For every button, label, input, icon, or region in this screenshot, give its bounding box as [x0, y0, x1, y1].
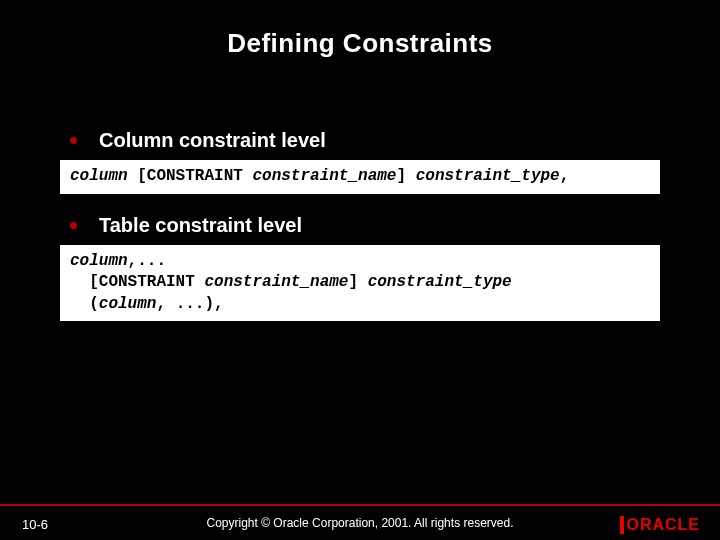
bullet-text: Column constraint level	[99, 129, 326, 152]
code-token: constraint_type	[368, 273, 512, 291]
bullet-icon	[70, 137, 77, 144]
slide-content: Column constraint level column [CONSTRAI…	[0, 59, 720, 321]
code-token: column	[70, 252, 128, 270]
logo-text: ORACLE	[626, 516, 700, 534]
slide: Defining Constraints Column constraint l…	[0, 0, 720, 540]
code-token: ]	[396, 167, 415, 185]
bullet-item: Column constraint level	[60, 129, 660, 152]
oracle-logo: ORACLE	[620, 516, 700, 534]
code-token: constraint_name	[252, 167, 396, 185]
bullet-item: Table constraint level	[60, 214, 660, 237]
code-token: ]	[348, 273, 367, 291]
code-token: [CONSTRAINT	[128, 167, 253, 185]
code-token: , ...),	[156, 295, 223, 313]
code-token: constraint_name	[204, 273, 348, 291]
code-block-column-level: column [CONSTRAINT constraint_name] cons…	[60, 160, 660, 194]
code-block-table-level: column,... [CONSTRAINT constraint_name] …	[60, 245, 660, 322]
bullet-text: Table constraint level	[99, 214, 302, 237]
code-token: (	[70, 295, 99, 313]
code-token: column	[99, 295, 157, 313]
slide-title: Defining Constraints	[0, 0, 720, 59]
bullet-icon	[70, 222, 77, 229]
code-token: ,	[560, 167, 570, 185]
code-token: [CONSTRAINT	[70, 273, 204, 291]
footer: 10-6 Copyright © Oracle Corporation, 200…	[0, 504, 720, 540]
copyright-text: Copyright © Oracle Corporation, 2001. Al…	[0, 516, 720, 530]
code-token: column	[70, 167, 128, 185]
code-token: constraint_type	[416, 167, 560, 185]
slide-number: 10-6	[22, 517, 48, 532]
code-token: ,...	[128, 252, 166, 270]
logo-bar-icon	[620, 516, 624, 534]
